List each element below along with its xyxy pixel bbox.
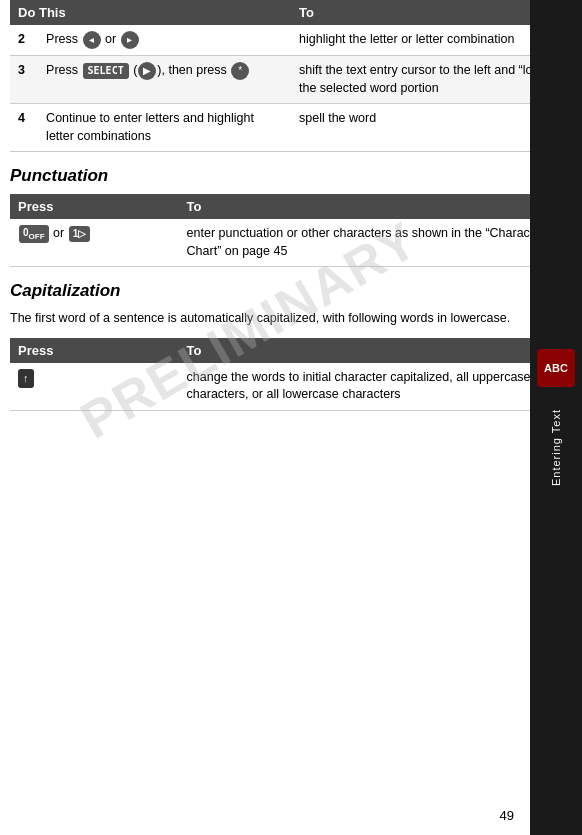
capitalization-title: Capitalization xyxy=(10,281,572,301)
table-row: 0OFF or 1▷ enter punctuation or other ch… xyxy=(10,219,572,267)
punct-header-col2: To xyxy=(179,194,572,219)
table-row: 3 Press SELECT (▶), then press * shift t… xyxy=(10,56,572,104)
abc-icon xyxy=(537,349,575,387)
punct-result-cell: enter punctuation or other characters as… xyxy=(179,219,572,267)
row-num: 4 xyxy=(10,104,38,152)
table-row: 4 Continue to enter letters and highligh… xyxy=(10,104,572,152)
one-icon: 1▷ xyxy=(69,226,91,242)
cap-header-col2: To xyxy=(179,338,572,363)
cap-result-cell: change the words to initial character ca… xyxy=(179,363,572,411)
punctuation-table: Press To 0OFF or 1▷ enter punctuation or… xyxy=(10,194,572,267)
action-cell: Continue to enter letters and highlight … xyxy=(38,104,291,152)
main-content: Do This To 2 Press ◂ or ▸ highlight the … xyxy=(0,0,582,835)
row-num: 3 xyxy=(10,56,38,104)
left-nav-icon: ◂ xyxy=(83,31,101,49)
action-cell: Press ◂ or ▸ xyxy=(38,25,291,56)
star-icon: * xyxy=(231,62,249,80)
punct-header-col1: Press xyxy=(10,194,179,219)
table-row: ↑ change the words to initial character … xyxy=(10,363,572,411)
sidebar-icon-container xyxy=(537,349,575,397)
punctuation-title: Punctuation xyxy=(10,166,572,186)
right-nav-icon: ▸ xyxy=(121,31,139,49)
punctuation-section: Punctuation Press To 0OFF or 1▷ xyxy=(10,166,572,267)
capitalization-table: Press To ↑ change the words to initial c… xyxy=(10,338,572,411)
sidebar-section-label: Entering Text xyxy=(550,409,562,486)
page-container: Do This To 2 Press ◂ or ▸ highlight the … xyxy=(0,0,582,835)
capitalization-desc: The first word of a sentence is automati… xyxy=(10,309,572,328)
main-table-header-col1: Do This xyxy=(10,0,291,25)
cap-press-cell: ↑ xyxy=(10,363,179,411)
capitalization-section: Capitalization The first word of a sente… xyxy=(10,281,572,411)
zero-off-icon: 0OFF xyxy=(19,225,49,243)
select-nav-icon: ▶ xyxy=(138,62,156,80)
action-cell: Press SELECT (▶), then press * xyxy=(38,56,291,104)
sidebar: Entering Text xyxy=(530,0,582,835)
table-row: 2 Press ◂ or ▸ highlight the letter or l… xyxy=(10,25,572,56)
select-btn-icon: SELECT xyxy=(83,63,129,79)
caps-shift-icon: ↑ xyxy=(18,369,34,388)
punct-press-cell: 0OFF or 1▷ xyxy=(10,219,179,267)
cap-header-col1: Press xyxy=(10,338,179,363)
row-num: 2 xyxy=(10,25,38,56)
page-number: 49 xyxy=(500,808,514,823)
main-table: Do This To 2 Press ◂ or ▸ highlight the … xyxy=(10,0,572,152)
